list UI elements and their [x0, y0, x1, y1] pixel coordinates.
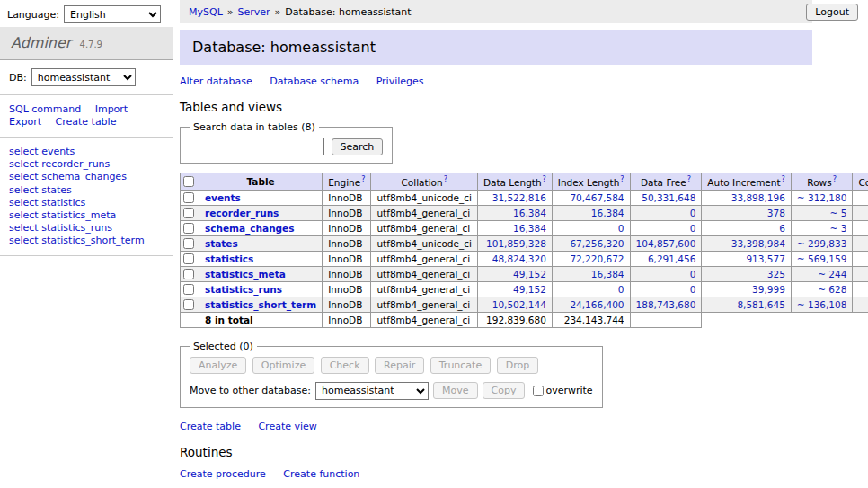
sidebar-link-sql-command[interactable]: SQL command — [9, 103, 81, 115]
auto-increment-link[interactable]: 39,999 — [752, 284, 785, 295]
row-select-checkbox[interactable] — [183, 192, 194, 203]
logout-button[interactable]: Logout — [806, 4, 858, 21]
table-name-link[interactable]: schema_changes — [205, 223, 295, 234]
breadcrumb-link-server[interactable]: Server — [238, 6, 270, 18]
rows-link[interactable]: ~ 299,833 — [797, 238, 847, 249]
rows-link[interactable]: ~ 5 — [830, 208, 847, 218]
auto-increment-link[interactable]: 8,581,645 — [737, 299, 784, 310]
sidebar-table-link-statistics-meta[interactable]: select statistics_meta — [9, 209, 164, 221]
rows-link[interactable]: ~ 3 — [830, 223, 847, 234]
auto-increment-link[interactable]: 913,577 — [746, 253, 784, 264]
auto-increment-link[interactable]: 6 — [779, 223, 785, 234]
data-free-link[interactable]: 0 — [690, 223, 696, 234]
rows-link[interactable]: ~ 569,159 — [797, 253, 847, 264]
data-free-link[interactable]: 104,857,600 — [636, 238, 696, 249]
create-table-link[interactable]: Create table — [180, 421, 241, 432]
rows-link[interactable]: ~ 244 — [818, 269, 846, 279]
index-length-link[interactable]: 70,467,584 — [570, 192, 624, 203]
table-name-link[interactable]: statistics_meta — [205, 269, 286, 279]
table-name-link[interactable]: states — [205, 238, 238, 249]
index-length-link[interactable]: 72,220,672 — [570, 253, 624, 264]
row-select-checkbox[interactable] — [183, 253, 194, 264]
db-select[interactable]: homeassistant — [31, 68, 136, 86]
truncate-button[interactable]: Truncate — [430, 357, 491, 374]
column-help-link[interactable]: ? — [543, 175, 546, 183]
table-name-link[interactable]: statistics — [205, 253, 253, 264]
row-select-checkbox[interactable] — [183, 269, 194, 279]
alter-database-link[interactable]: Alter database — [180, 75, 252, 87]
data-free-link[interactable]: 0 — [690, 269, 696, 279]
adminer-logo-link[interactable]: Adminer — [11, 34, 71, 51]
index-length-link[interactable]: 24,166,400 — [570, 299, 624, 310]
auto-increment-link[interactable]: 33,398,984 — [731, 238, 785, 249]
table-name-link[interactable]: events — [205, 192, 241, 203]
sidebar-link-import[interactable]: Import — [95, 103, 128, 115]
sidebar-table-link-statistics[interactable]: select statistics — [9, 196, 164, 209]
row-select-checkbox[interactable] — [183, 238, 194, 249]
table-name-link[interactable]: statistics_runs — [205, 284, 282, 295]
overwrite-checkbox[interactable] — [533, 386, 544, 396]
column-help-link[interactable]: ? — [833, 175, 837, 183]
privileges-link[interactable]: Privileges — [376, 75, 424, 87]
data-length-link[interactable]: 48,824,320 — [492, 253, 546, 264]
column-help-link[interactable]: ? — [361, 175, 365, 183]
table-name-link[interactable]: recorder_runs — [205, 208, 279, 218]
database-schema-link[interactable]: Database schema — [270, 75, 359, 87]
sidebar-table-link-states[interactable]: select states — [9, 183, 164, 196]
column-help-link[interactable]: ? — [444, 175, 447, 183]
select-all-checkbox[interactable] — [183, 176, 194, 187]
data-length-link[interactable]: 31,522,816 — [492, 192, 546, 203]
sidebar-table-link-events[interactable]: select events — [9, 146, 164, 158]
breadcrumb-link-mysql[interactable]: MySQL — [189, 6, 223, 18]
index-length-link[interactable]: 67,256,320 — [570, 238, 624, 249]
data-length-link[interactable]: 49,152 — [513, 284, 546, 295]
create-view-link[interactable]: Create view — [258, 421, 316, 432]
data-free-link[interactable]: 188,743,680 — [636, 299, 696, 310]
sidebar-table-link-recorder-runs[interactable]: select recorder_runs — [9, 158, 164, 171]
drop-button[interactable]: Drop — [497, 357, 538, 374]
search-input[interactable] — [190, 138, 324, 155]
move-db-select[interactable]: homeassistant — [315, 382, 429, 400]
index-length-link[interactable]: 0 — [618, 223, 624, 234]
copy-button[interactable]: Copy — [483, 382, 526, 399]
sidebar-table-link-statistics-runs[interactable]: select statistics_runs — [9, 222, 164, 235]
sidebar-link-create-table[interactable]: Create table — [56, 116, 117, 128]
row-select-checkbox[interactable] — [183, 223, 194, 234]
data-free-link[interactable]: 0 — [690, 284, 696, 295]
column-help-link[interactable]: ? — [782, 175, 785, 183]
create-procedure-link[interactable]: Create procedure — [180, 468, 266, 480]
rows-link[interactable]: ~ 312,180 — [797, 192, 847, 203]
data-length-link[interactable]: 16,384 — [513, 208, 546, 218]
data-length-link[interactable]: 101,859,328 — [486, 238, 546, 249]
search-button[interactable]: Search — [332, 138, 384, 155]
row-select-checkbox[interactable] — [183, 284, 194, 295]
data-free-link[interactable]: 50,331,648 — [642, 192, 695, 203]
row-select-checkbox[interactable] — [183, 208, 194, 218]
rows-link[interactable]: ~ 628 — [818, 284, 846, 295]
sidebar-link-export[interactable]: Export — [9, 116, 41, 128]
check-button[interactable]: Check — [321, 357, 369, 374]
index-length-link[interactable]: 0 — [618, 284, 624, 295]
auto-increment-link[interactable]: 325 — [767, 269, 785, 279]
language-select[interactable]: English — [64, 5, 161, 23]
data-free-link[interactable]: 6,291,456 — [648, 253, 695, 264]
sidebar-table-link-schema-changes[interactable]: select schema_changes — [9, 171, 164, 183]
rows-link[interactable]: ~ 136,108 — [797, 299, 847, 310]
sidebar-table-link-statistics-short-term[interactable]: select statistics_short_term — [9, 235, 164, 247]
analyze-button[interactable]: Analyze — [190, 357, 246, 374]
column-help-link[interactable]: ? — [620, 175, 624, 183]
index-length-link[interactable]: 16,384 — [591, 269, 624, 279]
repair-button[interactable]: Repair — [375, 357, 424, 374]
index-length-link[interactable]: 16,384 — [591, 208, 624, 218]
auto-increment-link[interactable]: 33,898,196 — [731, 192, 785, 203]
create-function-link[interactable]: Create function — [283, 468, 359, 480]
auto-increment-link[interactable]: 378 — [767, 208, 785, 218]
data-length-link[interactable]: 16,384 — [513, 223, 546, 234]
data-length-link[interactable]: 49,152 — [513, 269, 546, 279]
move-button[interactable]: Move — [433, 382, 478, 399]
data-length-link[interactable]: 10,502,144 — [492, 299, 546, 310]
column-help-link[interactable]: ? — [687, 175, 691, 183]
optimize-button[interactable]: Optimize — [252, 357, 314, 374]
data-free-link[interactable]: 0 — [690, 208, 696, 218]
table-name-link[interactable]: statistics_short_term — [205, 299, 316, 310]
